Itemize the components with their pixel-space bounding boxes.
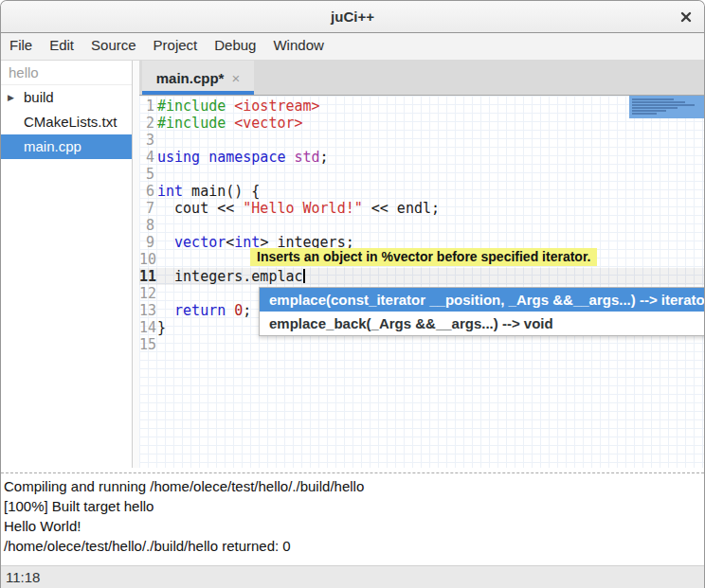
tab-bar: main.cpp* ×	[139, 61, 704, 96]
minimap-line	[632, 110, 666, 112]
line-code	[156, 336, 157, 353]
code-line-3[interactable]: 3	[139, 132, 704, 149]
line-number: 8	[139, 217, 156, 234]
tree-item-label: main.cpp	[24, 138, 81, 154]
line-code: integers.emplac	[156, 268, 305, 285]
line-code: cout << "Hello World!" << endl;	[156, 200, 440, 217]
tree-item-label: build	[24, 89, 54, 105]
menu-debug[interactable]: Debug	[206, 33, 264, 60]
expander-icon[interactable]: ▶	[8, 85, 14, 110]
line-number: 2	[139, 115, 156, 132]
code-line-7[interactable]: 7 cout << "Hello World!" << endl;	[139, 200, 704, 217]
line-number: 13	[139, 302, 156, 319]
line-number: 5	[139, 166, 156, 183]
line-code	[156, 251, 157, 268]
code-line-1[interactable]: 1#include <iostream>	[139, 98, 704, 115]
main-area: hello ▶buildCMakeLists.txtmain.cpp main.…	[1, 61, 704, 468]
editor-pane: main.cpp* × 1#include <iostream>2#includ…	[139, 61, 704, 468]
line-code: return 0;	[156, 302, 251, 319]
menu-source[interactable]: Source	[82, 33, 145, 60]
window-title: juCi++	[331, 9, 374, 25]
code-editor[interactable]: 1#include <iostream>2#include <vector>34…	[139, 96, 704, 468]
menu-edit[interactable]: Edit	[41, 33, 82, 60]
minimap-line	[632, 113, 657, 115]
pane-divider[interactable]	[133, 61, 139, 468]
terminal-line-4: /home/olece/test/hello/./build/hello ret…	[4, 536, 704, 556]
line-code	[156, 166, 157, 183]
line-number: 10	[139, 251, 156, 268]
terminal-output[interactable]: Compiling and running /home/olece/test/h…	[1, 473, 704, 565]
doc-tooltip: Inserts an object in %vector before spec…	[250, 248, 597, 266]
status-bar: 11:18	[1, 565, 704, 588]
line-code	[156, 132, 157, 149]
line-number: 6	[139, 183, 156, 200]
line-code: }	[156, 319, 166, 336]
tree-item-main-cpp[interactable]: main.cpp	[1, 134, 132, 159]
autocomplete-item-2[interactable]: emplace_back(_Args &&__args...) --> void	[260, 312, 704, 335]
line-number: 11	[139, 268, 156, 285]
line-number: 1	[139, 98, 156, 115]
minimap-line	[632, 101, 685, 103]
file-tree: ▶buildCMakeLists.txtmain.cpp	[1, 85, 132, 159]
line-code: #include <iostream>	[156, 98, 320, 115]
menu-file[interactable]: File	[1, 33, 41, 60]
project-name: hello	[1, 61, 132, 85]
minimap-line	[632, 104, 695, 106]
code-line-11[interactable]: 11 integers.emplac	[139, 268, 704, 285]
tree-item-label: CMakeLists.txt	[24, 114, 117, 130]
autocomplete-popup: emplace(const_iterator __position, _Args…	[259, 287, 704, 336]
app-window: juCi++ FileEditSourceProjectDebugWindow …	[0, 0, 705, 588]
menu-window[interactable]: Window	[264, 33, 332, 60]
tab-main-cpp[interactable]: main.cpp* ×	[142, 61, 254, 95]
tab-label: main.cpp*	[156, 70, 225, 86]
line-number: 15	[139, 336, 156, 353]
code-line-6[interactable]: 6int main() {	[139, 183, 704, 200]
file-tree-panel: hello ▶buildCMakeLists.txtmain.cpp	[1, 61, 133, 468]
titlebar[interactable]: juCi++	[1, 1, 704, 33]
code-line-2[interactable]: 2#include <vector>	[139, 115, 704, 132]
code-line-8[interactable]: 8	[139, 217, 704, 234]
code-minimap	[629, 96, 704, 118]
minimap-line	[632, 107, 678, 109]
line-number: 7	[139, 200, 156, 217]
window-close-icon[interactable]	[678, 9, 694, 25]
line-number: 9	[139, 234, 156, 251]
line-code	[156, 217, 157, 234]
terminal-line-1: Compiling and running /home/olece/test/h…	[4, 476, 704, 496]
text-cursor	[303, 269, 305, 283]
terminal-line-3: Hello World!	[4, 516, 704, 536]
line-code: #include <vector>	[156, 115, 303, 132]
tree-item-build[interactable]: ▶build	[1, 85, 132, 110]
terminal-line-2: [100%] Built target hello	[4, 496, 704, 516]
code-line-15[interactable]: 15	[139, 336, 704, 353]
line-number: 4	[139, 149, 156, 166]
line-code	[156, 285, 157, 302]
menubar: FileEditSourceProjectDebugWindow	[1, 33, 704, 61]
code-line-5[interactable]: 5	[139, 166, 704, 183]
tree-item-cmakelists-txt[interactable]: CMakeLists.txt	[1, 110, 132, 134]
menu-project[interactable]: Project	[145, 33, 207, 60]
code-line-4[interactable]: 4using namespace std;	[139, 149, 704, 166]
cursor-position: 11:18	[1, 569, 40, 585]
line-code: int main() {	[156, 183, 260, 200]
line-number: 12	[139, 285, 156, 302]
tab-close-icon[interactable]: ×	[231, 71, 240, 85]
line-code: using namespace std;	[156, 149, 329, 166]
autocomplete-item-1[interactable]: emplace(const_iterator __position, _Args…	[260, 288, 704, 312]
line-number: 14	[139, 319, 156, 336]
line-number: 3	[139, 132, 156, 149]
minimap-line	[632, 98, 674, 100]
